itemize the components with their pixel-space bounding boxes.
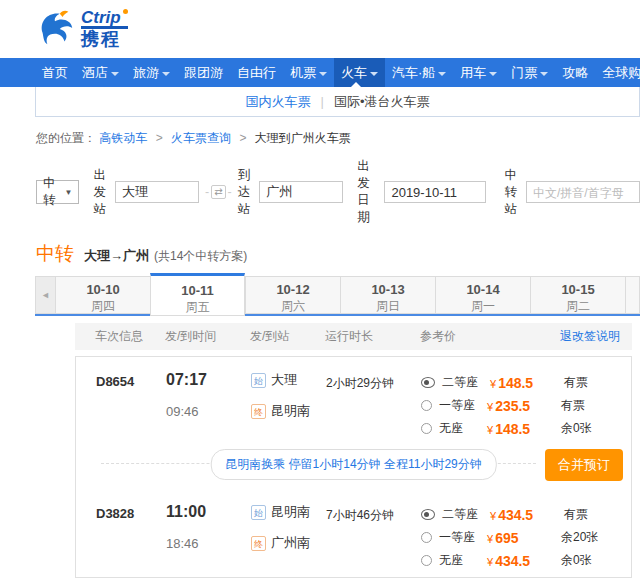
date-tab-10-12[interactable]: 10-12 周六: [245, 276, 340, 314]
date-tab-10-10[interactable]: 10-10 周四: [55, 276, 150, 314]
nav-item-tickets[interactable]: 门票: [504, 58, 555, 87]
chevron-down-icon: [319, 72, 327, 80]
breadcrumb-link-ticket-search[interactable]: 火车票查询: [171, 131, 231, 145]
seat-availability: 余0张: [561, 420, 592, 437]
seat-option-row: 一等座 ¥235.5 有票: [421, 394, 631, 417]
nav-item-label: 自由行: [237, 65, 276, 80]
nav-item-label: 门票: [511, 65, 537, 80]
trip-type-value: 中转: [43, 175, 56, 209]
nav-item-travel[interactable]: 旅游: [126, 58, 177, 87]
transfer-note: 昆明南换乘 停留1小时14分钟 全程11小时29分钟: [210, 449, 497, 480]
seat-class: 一等座: [439, 529, 487, 546]
nav-item-label: 全球购: [602, 65, 640, 80]
breadcrumb-current: 大理到广州火车票: [255, 131, 351, 145]
subnav-international-trains[interactable]: 国际•港台火车票: [334, 93, 430, 111]
nav-item-global-shopping[interactable]: 全球购: [595, 58, 640, 87]
nav-item-label: 汽车·船: [392, 65, 435, 80]
transfer-station-label: 中转站: [504, 167, 521, 218]
seat-radio-selected[interactable]: [421, 509, 435, 520]
chevron-down-icon: [162, 72, 170, 80]
results-section-header: 中转 大理→广州 (共14个中转方案): [36, 241, 640, 267]
search-form: 中转 ▼ 出发站 -⇄- 到达站 出发日期 中转站: [36, 158, 640, 226]
end-station-name: 广州南: [271, 534, 310, 552]
seat-price: ¥434.5: [490, 507, 564, 523]
transfer-station-input[interactable]: [526, 181, 640, 203]
seat-availability: 余0张: [561, 552, 592, 569]
seat-class: 一等座: [439, 397, 487, 414]
seat-class: 无座: [439, 420, 487, 437]
date-tab-10-15[interactable]: 10-15 周二: [530, 276, 625, 314]
active-tab-pointer: [351, 77, 361, 87]
arrive-station-label: 到达站: [238, 167, 255, 218]
tab-bar-filler: [625, 276, 640, 314]
date-tab-10-13[interactable]: 10-13 周日: [340, 276, 435, 314]
depart-date-input[interactable]: [384, 181, 486, 203]
combined-booking-button[interactable]: 合并预订: [545, 449, 623, 481]
nav-item-hotels[interactable]: 酒店: [75, 58, 126, 87]
nav-item-label: 首页: [42, 65, 68, 80]
breadcrumb-link-highspeed[interactable]: 高铁动车: [99, 131, 147, 145]
train-times: 07:17 09:46: [166, 371, 251, 440]
seat-radio[interactable]: [421, 555, 432, 566]
tab-date: 10-13: [341, 282, 435, 297]
seat-class: 二等座: [442, 506, 490, 523]
tab-date: 10-12: [246, 282, 340, 297]
nav-item-group-tours[interactable]: 跟团游: [177, 58, 230, 87]
nav-item-trains-active[interactable]: 火车: [334, 58, 385, 87]
seat-radio[interactable]: [421, 532, 432, 543]
tab-day: 周日: [341, 298, 435, 315]
nav-item-independent-travel[interactable]: 自由行: [230, 58, 283, 87]
seat-radio-selected[interactable]: [421, 377, 435, 388]
tab-date: 10-15: [531, 282, 625, 297]
seat-radio[interactable]: [421, 400, 432, 411]
refund-policy-link[interactable]: 退改签说明: [560, 328, 620, 345]
nav-item-label: 跟团游: [184, 65, 223, 80]
chevron-down-icon: [370, 72, 378, 80]
nav-item-car-service[interactable]: 用车: [453, 58, 504, 87]
seat-option-row: 二等座 ¥148.5 有票: [421, 371, 631, 394]
train-duration: 7小时46分钟: [326, 503, 421, 572]
nav-item-guides[interactable]: 攻略: [555, 58, 595, 87]
col-header-times: 发/到时间: [165, 328, 250, 345]
train-number: D3828: [96, 503, 166, 572]
date-tab-bar: ◄ 10-10 周四 10-11 周五 10-12 周六 10-13 周日 10…: [35, 273, 640, 316]
chevron-down-icon: [489, 72, 497, 80]
seat-price: ¥434.5: [487, 553, 561, 569]
arrive-time: 18:46: [166, 536, 251, 551]
seat-radio[interactable]: [421, 423, 432, 434]
seat-class: 无座: [439, 552, 487, 569]
date-tab-10-11-active[interactable]: 10-11 周五: [150, 273, 245, 316]
logo-cn-text: 携程: [81, 29, 128, 49]
nav-item-label: 用车: [460, 65, 486, 80]
seat-option-row: 二等座 ¥434.5 有票: [421, 503, 631, 526]
nav-item-home[interactable]: 首页: [35, 58, 75, 87]
train-subnav: 国内火车票 | 国际•港台火车票: [35, 87, 640, 117]
seat-availability: 余20张: [561, 529, 598, 546]
nav-item-label: 机票: [290, 65, 316, 80]
prev-date-arrow-icon[interactable]: ◄: [35, 276, 55, 314]
site-header: Ctrip 携程: [0, 0, 640, 58]
depart-station-input[interactable]: [115, 181, 199, 203]
subnav-domestic-trains[interactable]: 国内火车票: [246, 93, 311, 111]
tab-date: 10-14: [436, 282, 530, 297]
seat-options: 二等座 ¥148.5 有票 一等座 ¥235.5 有票 无座 ¥148.5 余0…: [421, 371, 631, 440]
seat-price: ¥148.5: [490, 375, 564, 391]
section-route: 大理→广州: [84, 247, 149, 265]
start-station-badge: 始: [251, 505, 266, 520]
breadcrumb-separator: >: [239, 131, 246, 145]
nav-item-label: 旅游: [133, 65, 159, 80]
train-duration: 2小时29分钟: [326, 371, 421, 440]
end-station-badge: 终: [251, 536, 266, 551]
swap-stations: -⇄-: [205, 185, 232, 199]
arrive-station-input[interactable]: [259, 181, 343, 203]
seat-price: ¥235.5: [487, 398, 561, 414]
nav-item-bus-ship[interactable]: 汽车·船: [385, 58, 453, 87]
swap-stations-icon[interactable]: ⇄: [211, 185, 225, 199]
ctrip-logo[interactable]: Ctrip 携程: [33, 6, 128, 53]
start-station-badge: 始: [251, 373, 266, 388]
date-tab-10-14[interactable]: 10-14 周一: [435, 276, 530, 314]
trip-type-select[interactable]: 中转 ▼: [36, 180, 79, 204]
nav-item-flights[interactable]: 机票: [283, 58, 334, 87]
chevron-down-icon: [111, 72, 119, 80]
train-times: 11:00 18:46: [166, 503, 251, 572]
